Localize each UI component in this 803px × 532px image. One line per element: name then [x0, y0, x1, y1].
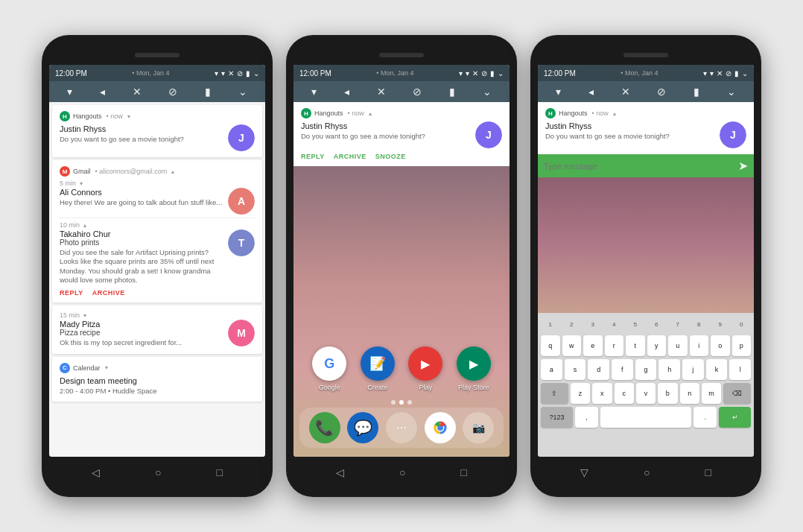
key-n[interactable]: n — [680, 383, 699, 404]
reply-notif-header: H Hangouts • now ▴ — [545, 108, 746, 118]
dock-apps[interactable]: ⋯ — [386, 412, 417, 443]
reply-hangouts-expand[interactable]: ▴ — [613, 110, 616, 117]
back-btn-2[interactable]: ◁ — [336, 466, 344, 478]
key-x[interactable]: x — [592, 383, 612, 404]
qs-more[interactable]: ⌄ — [238, 86, 247, 98]
key-e[interactable]: e — [583, 335, 603, 356]
key-enter[interactable]: ↵ — [719, 407, 751, 428]
key-p[interactable]: p — [732, 335, 752, 356]
hangouts-notification[interactable]: H Hangouts • now ▾ Justin Rhyss Do you w… — [52, 105, 262, 157]
key-123[interactable]: ?123 — [541, 407, 573, 428]
key-c[interactable]: c — [615, 383, 634, 404]
status-time-2: 12:00 PM — [299, 69, 331, 77]
key-g[interactable]: g — [635, 359, 657, 380]
calendar-expand[interactable]: ▾ — [105, 364, 108, 371]
key-v[interactable]: v — [636, 383, 656, 404]
app-google[interactable]: G Google — [312, 346, 346, 391]
back-btn-3[interactable]: ▽ — [580, 466, 588, 478]
gmail-item-3-expand[interactable]: ▾ — [83, 312, 86, 319]
key-w[interactable]: w — [562, 335, 582, 356]
dnd-icon-3: ⊘ — [726, 69, 731, 77]
qs3-data[interactable]: ◂ — [588, 86, 594, 98]
key-b[interactable]: b — [658, 383, 677, 404]
qs3-more[interactable]: ⌄ — [727, 86, 736, 98]
key-t[interactable]: t — [626, 335, 645, 356]
app-playstore[interactable]: ▶ Play Store — [457, 346, 491, 391]
gmail-expand[interactable]: ▴ — [171, 168, 174, 175]
home-notification: H Hangouts • now ▴ Justin Rhyss Do you w… — [293, 102, 510, 166]
key-u[interactable]: u — [668, 335, 688, 356]
key-r[interactable]: r — [605, 335, 624, 356]
key-comma[interactable]: , — [575, 407, 598, 428]
dock-camera[interactable]: 📷 — [463, 412, 494, 443]
qs2-airplane[interactable]: ✕ — [377, 86, 386, 98]
qs2-wifi[interactable]: ▾ — [311, 86, 317, 98]
dot-2 — [399, 400, 404, 405]
status-bar-3: 12:00 PM • Mon, Jan 4 ▾ ▾ ✕ ⊘ ▮ ⌄ — [538, 65, 754, 81]
key-k[interactable]: k — [706, 359, 728, 380]
key-m[interactable]: m — [702, 383, 721, 404]
qs3-airplane[interactable]: ✕ — [621, 86, 630, 98]
home-btn-3[interactable]: ○ — [644, 466, 650, 478]
qs3-silence[interactable]: ⊘ — [657, 86, 666, 98]
status-time-3: 12:00 PM — [544, 69, 576, 77]
key-o[interactable]: o — [711, 335, 730, 356]
qs-silence[interactable]: ⊘ — [168, 86, 177, 98]
reply-notif-body: Do you want to go see a movie tonight? — [545, 132, 670, 141]
home-btn-2[interactable]: ○ — [399, 466, 405, 478]
gmail-item-2-expand[interactable]: ▴ — [83, 222, 86, 229]
recents-btn-2[interactable]: □ — [461, 466, 467, 478]
dock-chrome[interactable] — [425, 412, 456, 443]
dock-messages[interactable]: 💬 — [347, 412, 378, 443]
gmail-notification-2[interactable]: 15 min ▾ Mady Pitza Pizza recipe Ok this… — [52, 305, 262, 353]
home-btn-1[interactable]: ○ — [155, 466, 161, 478]
gmail-icon: M — [60, 166, 70, 177]
qs-airplane[interactable]: ✕ — [133, 86, 142, 98]
app-play[interactable]: ▶ Play — [408, 346, 442, 391]
home-hangouts-expand[interactable]: ▴ — [369, 110, 372, 117]
qs-battery[interactable]: ▮ — [205, 86, 211, 98]
app-create[interactable]: 📝 Create — [361, 346, 395, 391]
gmail-notification[interactable]: M Gmail • aliconnors@gmail.com ▴ 5 min ▾… — [52, 160, 262, 303]
recents-btn-1[interactable]: □ — [217, 466, 223, 478]
qs3-battery[interactable]: ▮ — [694, 86, 699, 98]
key-d[interactable]: d — [588, 359, 609, 380]
key-s[interactable]: s — [565, 359, 586, 380]
key-space[interactable] — [600, 407, 692, 428]
qs2-battery[interactable]: ▮ — [449, 86, 455, 98]
key-l[interactable]: l — [729, 359, 751, 380]
gmail-archive-btn[interactable]: ARCHIVE — [92, 289, 125, 297]
key-y[interactable]: y — [647, 335, 667, 356]
key-z[interactable]: z — [571, 383, 590, 404]
calendar-notification[interactable]: C Calendar ▾ Design team meeting 2:00 - … — [52, 357, 262, 402]
key-h[interactable]: h — [658, 359, 680, 380]
recents-btn-3[interactable]: □ — [705, 466, 711, 478]
home-snooze-btn[interactable]: SNOOZE — [375, 153, 406, 160]
hangouts-expand[interactable]: ▾ — [127, 113, 130, 120]
qs2-data[interactable]: ◂ — [344, 86, 349, 98]
home-avatar: J — [475, 121, 502, 148]
send-button[interactable]: ➤ — [738, 159, 748, 173]
gmail-reply-btn[interactable]: REPLY — [60, 289, 83, 297]
qs3-wifi[interactable]: ▾ — [556, 86, 561, 98]
home-archive-btn[interactable]: ARCHIVE — [334, 153, 366, 160]
key-backspace[interactable]: ⌫ — [723, 383, 751, 404]
qs-data[interactable]: ◂ — [100, 86, 105, 98]
key-q[interactable]: q — [541, 335, 560, 356]
qs-wifi[interactable]: ▾ — [67, 86, 72, 98]
reply-input-field[interactable] — [544, 162, 734, 171]
back-btn-1[interactable]: ◁ — [92, 466, 100, 478]
gmail-item-2-time-row: 10 min ▴ — [60, 221, 255, 229]
key-a[interactable]: a — [541, 359, 562, 380]
key-i[interactable]: i — [690, 335, 709, 356]
home-reply-btn[interactable]: REPLY — [301, 153, 325, 160]
qs2-silence[interactable]: ⊘ — [413, 86, 422, 98]
key-period[interactable]: . — [694, 407, 717, 428]
qs2-more[interactable]: ⌄ — [483, 86, 492, 98]
dock-phone[interactable]: 📞 — [309, 412, 340, 443]
gmail-item-1-expand[interactable]: ▾ — [80, 180, 83, 187]
reply-input-row[interactable]: ➤ — [538, 154, 754, 177]
key-j[interactable]: j — [682, 359, 704, 380]
key-shift[interactable]: ⇧ — [541, 383, 568, 404]
key-f[interactable]: f — [612, 359, 633, 380]
